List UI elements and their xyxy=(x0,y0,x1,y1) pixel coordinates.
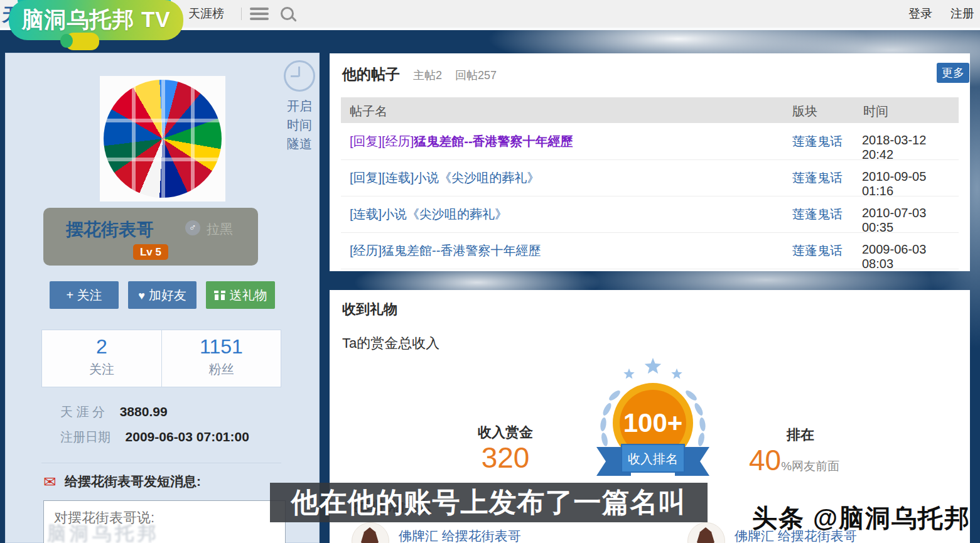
post-title-link[interactable]: [回复][连载]小说《尖沙咀的葬礼》 xyxy=(350,169,539,186)
board-link[interactable]: 莲蓬鬼话 xyxy=(792,133,843,150)
follow-button[interactable]: + 关注 xyxy=(50,281,119,309)
medal-ribbon-label: 收入排名 xyxy=(628,452,678,466)
board-link[interactable]: 莲蓬鬼话 xyxy=(792,206,843,223)
rank-percent-value: 40 xyxy=(749,443,781,477)
post-title-link[interactable]: [回复][经历]猛鬼差館--香港警察十年經歷 xyxy=(350,133,573,150)
send-gift-button[interactable]: 送礼物 xyxy=(206,281,275,309)
bounty-income-title: Ta的赏金总收入 xyxy=(342,334,439,353)
rank-suffix: %网友前面 xyxy=(781,458,839,475)
medal-stars xyxy=(623,358,682,379)
gift-icon xyxy=(214,291,225,300)
board-link[interactable]: 莲蓬鬼话 xyxy=(792,242,843,259)
followers-stat[interactable]: 1151 粉丝 xyxy=(161,330,281,387)
bounty-value: 320 xyxy=(461,441,549,475)
avatar[interactable] xyxy=(100,76,225,202)
time-tunnel-button[interactable]: 开启 时间 隧道 xyxy=(280,60,319,153)
time-tunnel-line3: 隧道 xyxy=(280,134,319,153)
income-rank-medal: 100+ 收入排名 xyxy=(568,353,738,485)
column-board: 版块 xyxy=(792,103,817,120)
table-row[interactable]: [经历]猛鬼差館--香港警察十年經歷 莲蓬鬼话 2009-06-03 08:03 xyxy=(341,232,959,269)
main-posts-count: 主帖2 xyxy=(413,68,442,83)
column-post-name: 帖子名 xyxy=(350,103,387,120)
reply-posts-count: 回帖257 xyxy=(455,68,497,83)
gift-entry-link[interactable]: 佛牌汇 给摆花街表哥 xyxy=(399,527,521,543)
login-link[interactable]: 登录 xyxy=(908,6,932,22)
flag-globe-image xyxy=(104,80,222,198)
nav-divider xyxy=(241,8,242,20)
register-link[interactable]: 注册 xyxy=(950,6,974,22)
table-row[interactable]: [连载]小说《尖沙咀的葬礼》 莲蓬鬼话 2010-07-03 00:35 xyxy=(341,196,959,233)
posts-panel-title: 他的帖子 xyxy=(342,65,400,84)
gifts-panel-title: 收到礼物 xyxy=(342,300,397,319)
send-message-label: 给摆花街表哥发短消息: xyxy=(65,474,201,488)
following-stat[interactable]: 2 关注 xyxy=(42,330,161,387)
registration-date-label: 注册日期 xyxy=(60,430,110,444)
video-subtitle-overlay: 他在他的账号上发布了一篇名叫 xyxy=(270,483,708,522)
followers-label: 粉丝 xyxy=(162,361,281,378)
post-time: 2018-03-12 20:42 xyxy=(862,133,959,162)
block-user-button[interactable]: 拉黑 xyxy=(207,220,233,238)
time-tunnel-line1: 开启 xyxy=(280,97,319,116)
rank-value-row: 40 %网友前面 xyxy=(749,443,912,477)
post-title-link[interactable]: [连载]小说《尖沙咀的葬礼》 xyxy=(350,206,507,223)
add-friend-button[interactable]: ♥加好友 xyxy=(128,281,197,309)
registration-date-row: 注册日期 2009-06-03 07:01:00 xyxy=(60,429,249,446)
post-time: 2010-07-03 00:35 xyxy=(862,206,959,235)
toutiao-watermark: 头条 @脑洞乌托邦 xyxy=(752,501,971,535)
registration-date-value: 2009-06-03 07:01:00 xyxy=(126,429,249,444)
clock-icon xyxy=(284,60,315,92)
time-tunnel-line2: 时间 xyxy=(280,116,319,134)
board-link[interactable]: 莲蓬鬼话 xyxy=(792,169,843,186)
bounty-label: 收入赏金 xyxy=(461,423,549,442)
nav-tianya-rank-link[interactable]: 天涯榜 xyxy=(188,6,224,22)
message-input[interactable] xyxy=(43,500,286,543)
username: 摆花街表哥 xyxy=(66,218,154,242)
sidebar-divider xyxy=(41,463,281,463)
send-message-row: ✉ 给摆花街表哥发短消息: xyxy=(43,473,201,491)
tianya-score-row: 天 涯 分 3880.99 xyxy=(60,404,168,421)
envelope-icon: ✉ xyxy=(43,473,56,490)
logo-decor-green xyxy=(60,34,73,48)
post-time: 2009-06-03 08:03 xyxy=(862,242,959,271)
username-plate: 摆花街表哥 ♂ 拉黑 Lv 5 xyxy=(43,208,258,266)
menu-icon[interactable] xyxy=(250,8,269,23)
following-label: 关注 xyxy=(42,361,161,378)
tianya-score-label: 天 涯 分 xyxy=(60,405,105,419)
level-badge: Lv 5 xyxy=(133,244,168,260)
post-title-link[interactable]: [经历]猛鬼差館--香港警察十年經歷 xyxy=(350,242,541,259)
posts-panel: 他的帖子 主帖2 回帖257 更多 帖子名 版块 时间 [回复][经历]猛鬼差館… xyxy=(330,53,970,271)
column-time: 时间 xyxy=(863,103,888,120)
search-icon[interactable] xyxy=(281,7,294,20)
table-row[interactable]: [回复][经历]猛鬼差館--香港警察十年經歷 莲蓬鬼话 2018-03-12 2… xyxy=(341,123,959,160)
rank-label: 排在 xyxy=(760,426,841,444)
follow-stats-box: 2 关注 1151 粉丝 xyxy=(41,330,281,387)
following-count: 2 xyxy=(42,335,161,358)
table-row[interactable]: [回复][连载]小说《尖沙咀的葬礼》 莲蓬鬼话 2010-09-05 01:16 xyxy=(341,159,959,196)
post-time: 2010-09-05 01:16 xyxy=(862,169,959,198)
posts-table-header: 帖子名 版块 时间 xyxy=(341,97,959,123)
male-gender-icon: ♂ xyxy=(185,220,200,235)
profile-sidebar: 开启 时间 隧道 摆花街表哥 ♂ 拉黑 Lv 5 + 关注 ♥加好友 送礼物 2… xyxy=(5,53,320,543)
tianya-score-value: 3880.99 xyxy=(120,404,168,419)
followers-count: 1151 xyxy=(162,335,281,358)
heart-icon: ♥ xyxy=(138,289,145,302)
tianya-profile-page: { "brand": { "logo_text": "脑洞乌托邦 TV", "h… xyxy=(0,0,980,543)
more-posts-button[interactable]: 更多 xyxy=(937,63,969,83)
medal-value: 100+ xyxy=(623,408,683,438)
